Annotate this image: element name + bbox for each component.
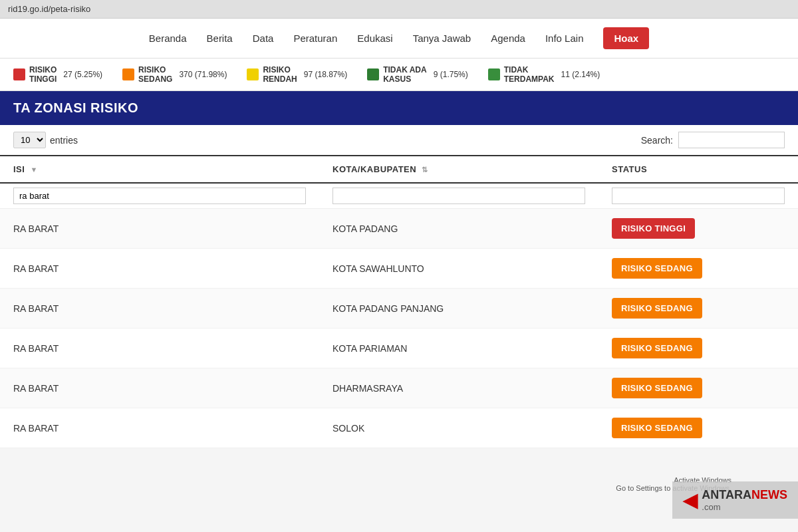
cell-status: RISIKO TINGGI [598, 209, 798, 249]
status-badge: RISIKO SEDANG [612, 338, 702, 358]
cell-kota: KOTA PARIAMAN [319, 329, 598, 368]
filter-cell-kota [319, 183, 598, 209]
filter-input-status[interactable] [612, 188, 785, 204]
filter-input-kota[interactable] [332, 188, 585, 204]
cell-kota: DHARMASRAYA [319, 368, 598, 408]
legend-count-tidak-ada: 9 (1.75%) [434, 70, 468, 79]
watermark-logo: ◀ [683, 489, 698, 511]
legend-tinggi: RISIKOTINGGI 27 (5.25%) [13, 65, 102, 84]
sort-icon-kota: ⇅ [422, 166, 428, 174]
watermark-name: ANTARANEWS [702, 488, 787, 502]
table-controls: 10 25 50 entries Search: [0, 125, 798, 155]
status-badge: RISIKO TINGGI [612, 218, 695, 239]
sort-icon-provinsi: ▼ [31, 166, 38, 174]
status-badge: RISIKO SEDANG [612, 378, 702, 398]
legend-rendah: RISIKORENDAH 97 (18.87%) [247, 65, 347, 84]
legend-count-rendah: 97 (18.87%) [304, 70, 347, 79]
table-row: RA BARAT KOTA SAWAHLUNTO RISIKO SEDANG [0, 249, 798, 289]
table-wrap: ISI ▼ KOTA/KABUPATEN ⇅ STATUS [0, 155, 798, 448]
nav-items: Beranda Berita Data Peraturan Edukasi Ta… [13, 27, 785, 49]
cell-provinsi: RA BARAT [0, 249, 319, 289]
cell-provinsi: RA BARAT [0, 209, 319, 249]
nav-berita[interactable]: Berita [207, 27, 233, 49]
legend-dot-tidak-terdampak [488, 68, 500, 80]
legend-dot-tidak-ada [367, 68, 379, 80]
watermark-domain: .com [702, 502, 787, 512]
entries-select[interactable]: 10 25 50 [13, 132, 46, 148]
col-header-kota[interactable]: KOTA/KABUPATEN ⇅ [319, 156, 598, 183]
legend-dot-rendah [247, 68, 259, 80]
cell-kota: KOTA SAWAHLUNTO [319, 249, 598, 289]
cell-provinsi: RA BARAT [0, 289, 319, 329]
nav-edukasi[interactable]: Edukasi [357, 27, 392, 49]
cell-kota: KOTA PADANG [319, 209, 598, 249]
data-table: ISI ▼ KOTA/KABUPATEN ⇅ STATUS [0, 155, 798, 448]
legend-count-sedang: 370 (71.98%) [179, 70, 227, 79]
section-header: TA ZONASI RISIKO [0, 91, 798, 125]
cell-status: RISIKO SEDANG [598, 408, 798, 448]
legend-count-tinggi: 27 (5.25%) [63, 70, 102, 79]
status-badge: RISIKO SEDANG [612, 258, 702, 279]
url-bar: rid19.go.id/peta-risiko [8, 4, 90, 14]
cell-status: RISIKO SEDANG [598, 368, 798, 408]
cell-kota: KOTA PADANG PANJANG [319, 289, 598, 329]
search-control: Search: [641, 132, 785, 148]
legend-bar: RISIKOTINGGI 27 (5.25%) RISIKOSEDANG 370… [0, 59, 798, 91]
cell-status: RISIKO SEDANG [598, 329, 798, 368]
nav-data[interactable]: Data [253, 27, 274, 49]
status-badge: RISIKO SEDANG [612, 298, 702, 319]
legend-tidak-ada: TIDAK ADAKASUS 9 (1.75%) [367, 65, 468, 84]
cell-provinsi: RA BARAT [0, 408, 319, 448]
watermark-text-block: ANTARANEWS .com [702, 488, 787, 512]
nav-info-lain[interactable]: Info Lain [545, 27, 584, 49]
filter-cell-status [598, 183, 798, 209]
search-label: Search: [641, 135, 673, 146]
nav-peraturan[interactable]: Peraturan [293, 27, 337, 49]
table-row: RA BARAT KOTA PARIAMAN RISIKO SEDANG [0, 329, 798, 368]
table-row: RA BARAT KOTA PADANG PANJANG RISIKO SEDA… [0, 289, 798, 329]
cell-status: RISIKO SEDANG [598, 249, 798, 289]
table-row: RA BARAT SOLOK RISIKO SEDANG [0, 408, 798, 448]
table-row: RA BARAT DHARMASRAYA RISIKO SEDANG [0, 368, 798, 408]
legend-dot-sedang [122, 68, 134, 80]
nav-bar: Beranda Berita Data Peraturan Edukasi Ta… [0, 19, 798, 59]
watermark: ◀ ANTARANEWS .com [672, 481, 798, 519]
cell-provinsi: RA BARAT [0, 368, 319, 408]
filter-cell-provinsi [0, 183, 319, 209]
cell-status: RISIKO SEDANG [598, 289, 798, 329]
table-header-row: ISI ▼ KOTA/KABUPATEN ⇅ STATUS [0, 156, 798, 183]
entries-label: entries [50, 135, 78, 146]
cell-provinsi: RA BARAT [0, 329, 319, 368]
table-row: RA BARAT KOTA PADANG RISIKO TINGGI [0, 209, 798, 249]
browser-bar: rid19.go.id/peta-risiko [0, 0, 798, 19]
nav-tanya-jawab[interactable]: Tanya Jawab [413, 27, 471, 49]
legend-count-tidak-terdampak: 11 (2.14%) [561, 70, 600, 79]
filter-input-provinsi[interactable] [13, 188, 306, 204]
status-badge: RISIKO SEDANG [612, 418, 702, 438]
legend-tidak-terdampak: TIDAKTERDAMPAK 11 (2.14%) [488, 65, 600, 84]
entries-control: 10 25 50 entries [13, 132, 78, 148]
legend-sedang: RISIKOSEDANG 370 (71.98%) [122, 65, 227, 84]
nav-agenda[interactable]: Agenda [491, 27, 525, 49]
section-title: TA ZONASI RISIKO [13, 100, 138, 115]
cell-kota: SOLOK [319, 408, 598, 448]
col-header-status: STATUS [598, 156, 798, 183]
filter-row [0, 183, 798, 209]
col-header-provinsi[interactable]: ISI ▼ [0, 156, 319, 183]
legend-dot-tinggi [13, 68, 25, 80]
nav-beranda[interactable]: Beranda [149, 27, 187, 49]
nav-hoax[interactable]: Hoax [603, 27, 649, 49]
search-input[interactable] [678, 132, 785, 148]
